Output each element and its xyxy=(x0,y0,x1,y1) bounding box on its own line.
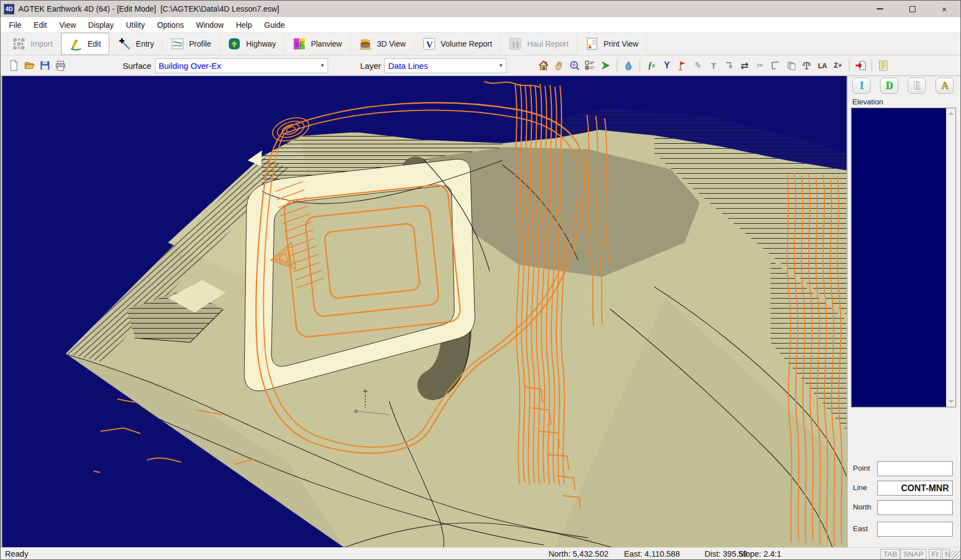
swap-arrows-icon[interactable]: ⇄ xyxy=(737,58,752,73)
save-icon[interactable] xyxy=(38,59,52,72)
menubar: File Edit View Display Utility Options W… xyxy=(1,17,960,33)
resize-grip[interactable] xyxy=(950,551,960,560)
import-page-icon[interactable] xyxy=(853,58,868,73)
toolbar-label: Volume Report xyxy=(441,39,492,48)
z-plus-icon[interactable]: Z+ xyxy=(831,58,845,73)
menu-edit[interactable]: Edit xyxy=(28,17,53,33)
chevron-down-icon[interactable]: ▼ xyxy=(496,63,506,68)
toolbar-button-3d-view[interactable]: 3D View xyxy=(350,33,414,55)
fly-through-icon[interactable] xyxy=(598,58,613,73)
toolbar-separator xyxy=(640,59,640,72)
chevron-down-icon[interactable]: ▼ xyxy=(318,63,328,68)
menu-utility[interactable]: Utility xyxy=(120,17,151,33)
menu-options[interactable]: Options xyxy=(151,17,190,33)
close-button[interactable]: × xyxy=(928,1,960,17)
include-exclude-icon[interactable] xyxy=(583,58,597,73)
trim-scissors-icon[interactable]: ✂ xyxy=(753,58,767,73)
flag-pole-icon[interactable] xyxy=(675,58,690,73)
copy-pages-icon[interactable] xyxy=(784,58,798,73)
label-la-icon[interactable]: LA xyxy=(815,58,829,73)
function-icon[interactable]: ƒs xyxy=(644,58,658,73)
toolbar-button-haul-report[interactable]: H Haul Report xyxy=(500,33,577,55)
toolbar-button-highway[interactable]: Highway xyxy=(219,33,284,55)
push-arrow-icon[interactable] xyxy=(722,58,736,73)
toolbar-button-volume-report[interactable]: V Volume Report xyxy=(414,33,501,55)
toolbar-label: Import xyxy=(31,39,53,48)
menu-view[interactable]: View xyxy=(53,17,82,33)
scroll-down-button[interactable] xyxy=(947,397,955,406)
draw-line-icon[interactable]: ✎ xyxy=(691,58,705,73)
elevation-scrollbar[interactable] xyxy=(946,108,955,407)
menu-help[interactable]: Help xyxy=(230,17,258,33)
mode-button-annotate[interactable]: A xyxy=(935,78,954,94)
menu-display[interactable]: Display xyxy=(82,17,120,33)
print-icon[interactable] xyxy=(54,59,67,72)
toolbar-button-planview[interactable]: cF Planview xyxy=(284,33,350,55)
profile-chart-icon xyxy=(171,37,184,51)
water-drop-icon[interactable] xyxy=(621,58,636,73)
point-input[interactable] xyxy=(877,461,953,476)
toolbar-label: Haul Report xyxy=(527,39,568,48)
toolbar-button-edit[interactable]: Edit xyxy=(61,33,109,55)
maximize-button[interactable] xyxy=(896,1,928,17)
branch-y-icon[interactable]: Y xyxy=(660,58,674,73)
menu-file[interactable]: File xyxy=(3,17,28,33)
app-window: 4D AGTEK Earthwork 4D (64) - [Edit Mode]… xyxy=(0,0,961,560)
report-document-icon[interactable] xyxy=(876,58,890,73)
zoom-window-icon[interactable] xyxy=(567,58,582,73)
units-n-toggle[interactable]: N xyxy=(942,549,950,559)
status-bar: Ready North: 5,432.502 East: 4,110.588 D… xyxy=(1,547,960,560)
chevron-up-icon xyxy=(948,112,954,115)
toolbar-label: Highway xyxy=(246,39,276,48)
corner-tool-icon[interactable] xyxy=(768,58,783,73)
new-file-icon[interactable] xyxy=(7,59,21,72)
mode-button-interpolate[interactable]: I xyxy=(852,78,871,94)
secondary-toolbar: Surface Building Over-Ex ▼ Layer Data Li… xyxy=(1,56,960,76)
toolbar-label: Entry xyxy=(136,39,154,48)
status-slope: Slope: 2.4:1 xyxy=(738,549,781,558)
east-field-row: East xyxy=(848,522,960,537)
toolbar-button-profile[interactable]: Profile xyxy=(163,33,220,55)
layer-label: Layer xyxy=(360,61,381,70)
mode-button-existing[interactable]: E xyxy=(908,78,926,94)
surface-dropdown[interactable]: Building Over-Ex ▼ xyxy=(155,58,328,73)
menu-window[interactable]: Window xyxy=(190,17,230,33)
minimize-button[interactable] xyxy=(864,1,896,17)
toolbar-label: Planview xyxy=(311,39,342,48)
surface-value: Building Over-Ex xyxy=(155,61,318,70)
scale-balance-icon[interactable] xyxy=(799,58,814,73)
toolbar-button-entry[interactable]: Entry xyxy=(109,33,163,55)
right-panel: I D E A Elevation Point Line North xyxy=(848,76,960,547)
text-tool-icon[interactable]: T xyxy=(706,58,721,73)
mode-button-data[interactable]: D xyxy=(880,78,898,94)
point-field-row: Point xyxy=(848,461,960,476)
line-label: Line xyxy=(853,483,867,492)
terrain-3d-view[interactable] xyxy=(1,76,848,547)
svg-text:H: H xyxy=(512,39,519,50)
units-ft-toggle[interactable]: Ft xyxy=(929,549,941,559)
status-east: East: 4,110.588 xyxy=(624,549,680,558)
minimize-icon xyxy=(877,8,883,9)
menu-guide[interactable]: Guide xyxy=(258,17,291,33)
point-label: Point xyxy=(853,464,870,472)
pan-hand-icon[interactable] xyxy=(552,58,566,73)
layer-dropdown[interactable]: Data Lines ▼ xyxy=(384,58,506,73)
snap-toggle[interactable]: SNAP xyxy=(900,549,927,559)
maximize-icon xyxy=(909,6,915,12)
home-view-icon[interactable] xyxy=(536,58,551,73)
import-icon xyxy=(12,37,26,51)
north-input[interactable] xyxy=(877,500,953,515)
elevation-listbox[interactable] xyxy=(851,108,956,407)
planview-icon: cF xyxy=(293,37,306,51)
line-input[interactable] xyxy=(877,481,953,496)
toolbar-label: Edit xyxy=(88,39,101,48)
toolbar-button-import[interactable]: Import xyxy=(4,33,61,55)
toolbar-label: Profile xyxy=(189,39,212,48)
toolbar-button-print-view[interactable]: Print View xyxy=(577,33,647,55)
east-input[interactable] xyxy=(877,522,953,537)
open-file-icon[interactable] xyxy=(23,59,36,72)
scroll-up-button[interactable] xyxy=(947,109,955,118)
svg-text:F: F xyxy=(299,40,304,48)
tab-toggle[interactable]: TAB xyxy=(881,549,900,559)
print-view-icon xyxy=(585,37,598,51)
